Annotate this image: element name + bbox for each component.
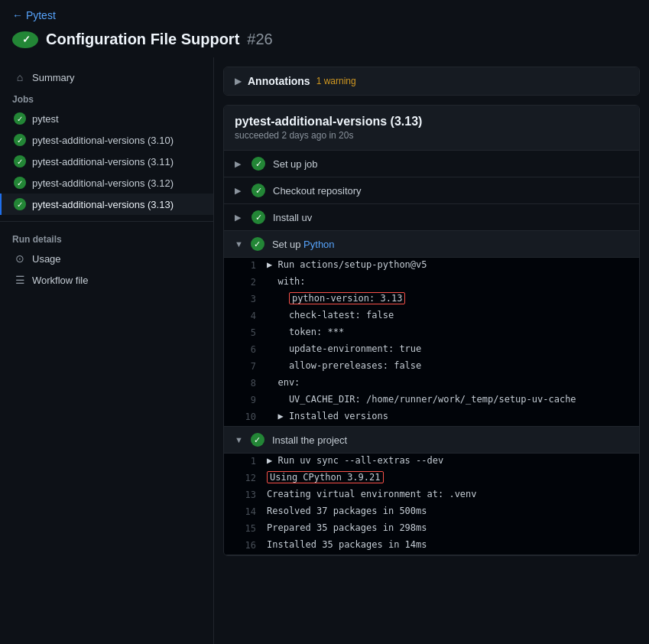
- step-row-install-uv[interactable]: ▶ Install uv: [224, 204, 639, 231]
- job-success-icon-0: [14, 112, 26, 125]
- step-row-checkout[interactable]: ▶ Checkout repository: [224, 177, 639, 204]
- job-header: pytest-additional-versions (3.13) succee…: [224, 106, 639, 151]
- job-name: pytest-additional-versions (3.13): [235, 115, 628, 128]
- issue-number: #26: [247, 31, 272, 48]
- code-line-10: 10 ▶ Installed versions: [224, 409, 639, 426]
- step-chevron-0: ▶: [235, 159, 244, 169]
- code-line-9: 9 UV_CACHE_DIR: /home/runner/work/_temp/…: [224, 392, 639, 409]
- step-name-2: Install uv: [273, 212, 312, 223]
- step-install-success-icon: ✓: [251, 433, 264, 447]
- page-title-bar: ✓ Configuration File Support #26: [0, 28, 649, 57]
- code-line-8: 8 env:: [224, 376, 639, 392]
- job-meta: succeeded 2 days ago in 20s: [235, 130, 628, 141]
- home-icon: ⌂: [14, 71, 26, 83]
- install-project-code: 1 ▶ Run uv sync --all-extras --dev 12 Us…: [224, 454, 639, 555]
- step-install-header[interactable]: ▼ ✓ Install the project: [224, 427, 639, 454]
- sidebar-item-313[interactable]: pytest-additional-versions (3.13): [0, 194, 213, 215]
- sidebar: ⌂ Summary Jobs pytest pytest-additional-…: [0, 57, 214, 644]
- content-area: ▶ Annotations 1 warning pytest-additiona…: [214, 57, 649, 644]
- clock-icon: ⊙: [14, 252, 26, 265]
- annotations-chevron: ▶: [235, 76, 242, 86]
- code-line-7: 7 allow-prereleases: false: [224, 359, 639, 376]
- file-icon: ☰: [14, 274, 26, 286]
- step-success-icon-0: [251, 157, 265, 171]
- sidebar-item-311[interactable]: pytest-additional-versions (3.11): [0, 151, 213, 172]
- code-line-4: 4 check-latest: false: [224, 308, 639, 325]
- install-code-line-16: 16 Installed 35 packages in 14ms: [224, 538, 639, 555]
- step-install-name: Install the project: [272, 434, 347, 446]
- step-row-setup-job[interactable]: ▶ Set up job: [224, 151, 639, 177]
- sidebar-item-310[interactable]: pytest-additional-versions (3.10): [0, 129, 213, 151]
- install-code-line-15: 15 Prepared 35 packages in 298ms: [224, 521, 639, 538]
- top-bar: ← Pytest: [0, 0, 649, 28]
- annotations-header[interactable]: ▶ Annotations 1 warning: [224, 67, 639, 95]
- step-python-name: Set up Python: [272, 239, 335, 250]
- title-success-icon: ✓: [12, 31, 38, 48]
- cpython-highlight: Using CPython 3.9.21: [267, 471, 384, 483]
- job-success-icon-2: [14, 155, 26, 168]
- code-line-6: 6 update-environment: true: [224, 342, 639, 359]
- back-link[interactable]: ← Pytest: [12, 9, 56, 21]
- step-python-chevron: ▼: [235, 239, 243, 249]
- step-chevron-1: ▶: [235, 186, 244, 196]
- step-name-0: Set up job: [273, 158, 318, 170]
- page-title: Configuration File Support: [46, 31, 239, 48]
- code-line-3: 3 python-version: 3.13: [224, 291, 639, 308]
- step-chevron-2: ▶: [235, 213, 244, 223]
- annotations-sub: 1 warning: [316, 76, 356, 86]
- job-success-icon-3: [14, 177, 26, 189]
- code-line-1: 1 ▶ Run actions/setup-python@v5: [224, 258, 639, 275]
- step-install-project: ▼ ✓ Install the project 1 ▶ Run uv sync …: [224, 427, 639, 555]
- step-install-chevron: ▼: [235, 435, 243, 444]
- install-code-line-14: 14 Resolved 37 packages in 500ms: [224, 504, 639, 521]
- step-python-header[interactable]: ▼ ✓ Set up Python: [224, 231, 639, 258]
- install-code-line-12: 12 Using CPython 3.9.21: [224, 470, 639, 487]
- sidebar-item-workflow[interactable]: ☰ Workflow file: [0, 269, 213, 291]
- code-line-2: 2 with:: [224, 275, 639, 291]
- step-setup-python: ▼ ✓ Set up Python 1 ▶ Run actions/setup-…: [224, 231, 639, 427]
- install-code-line-1: 1 ▶ Run uv sync --all-extras --dev: [224, 454, 639, 470]
- job-success-icon-4: [14, 198, 26, 210]
- annotations-title: Annotations: [248, 75, 310, 87]
- annotations-section: ▶ Annotations 1 warning: [223, 67, 640, 96]
- step-name-1: Checkout repository: [273, 185, 362, 197]
- install-code-line-13: 13 Creating virtual environment at: .ven…: [224, 487, 639, 504]
- sidebar-item-summary[interactable]: ⌂ Summary: [0, 67, 213, 88]
- run-details-label: Run details: [0, 228, 213, 248]
- sidebar-item-312[interactable]: pytest-additional-versions (3.12): [0, 172, 213, 194]
- python-highlight: Python: [303, 239, 334, 250]
- sidebar-item-usage[interactable]: ⊙ Usage: [0, 248, 213, 269]
- step-python-success-icon: ✓: [251, 237, 264, 251]
- setup-python-code: 1 ▶ Run actions/setup-python@v5 2 with: …: [224, 258, 639, 426]
- job-panel: pytest-additional-versions (3.13) succee…: [223, 105, 640, 556]
- jobs-section-label: Jobs: [0, 88, 213, 108]
- step-success-icon-1: [251, 184, 265, 197]
- main-layout: ⌂ Summary Jobs pytest pytest-additional-…: [0, 57, 649, 644]
- sidebar-divider: [0, 221, 213, 222]
- python-version-highlight: python-version: 3.13: [289, 292, 406, 304]
- code-line-5: 5 token: ***: [224, 325, 639, 342]
- sidebar-item-pytest[interactable]: pytest: [0, 108, 213, 129]
- step-success-icon-2: [251, 210, 265, 224]
- job-success-icon-1: [14, 134, 26, 146]
